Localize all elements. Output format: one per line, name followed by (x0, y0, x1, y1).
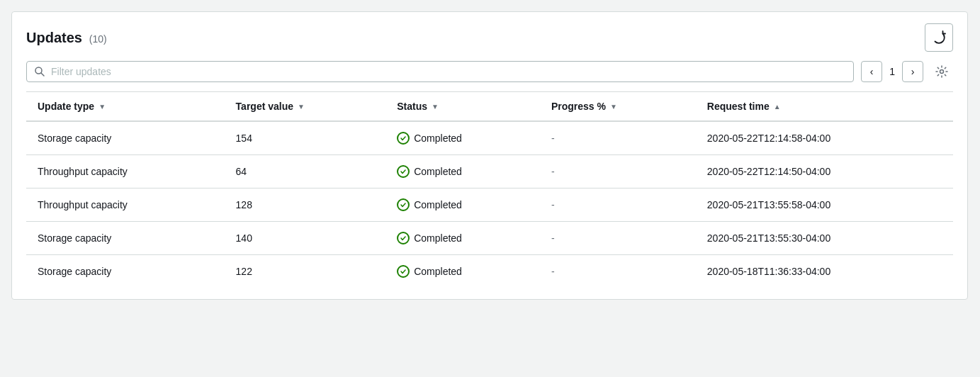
cell-request-time: 2020-05-22T12:14:58-04:00 (696, 121, 953, 155)
table-row: Storage capacity154Completed-2020-05-22T… (26, 121, 953, 155)
cell-request-time: 2020-05-21T13:55:58-04:00 (696, 188, 953, 222)
current-page: 1 (885, 66, 899, 77)
table-row: Throughput capacity128Completed-2020-05-… (26, 188, 953, 222)
cell-target-value: 154 (225, 121, 386, 155)
cell-target-value: 140 (225, 222, 386, 255)
col-target-value[interactable]: Target value ▼ (225, 92, 386, 121)
refresh-button[interactable] (925, 23, 953, 52)
sort-icon-target-value: ▼ (298, 103, 305, 111)
title-text: Updates (26, 30, 82, 45)
cell-status: Completed (385, 255, 540, 288)
table-row: Throughput capacity64Completed-2020-05-2… (26, 155, 953, 188)
cell-target-value: 64 (225, 155, 386, 188)
table-header: Update type ▼ Target value ▼ Status ▼ (26, 92, 953, 121)
toolbar-row: ‹ 1 › (26, 60, 953, 92)
cell-target-value: 122 (225, 255, 386, 288)
cell-request-time: 2020-05-18T11:36:33-04:00 (696, 255, 953, 288)
header-row: Updates (10) (26, 23, 953, 52)
completed-icon (397, 265, 410, 278)
col-status[interactable]: Status ▼ (385, 92, 540, 121)
cell-progress: - (540, 222, 696, 255)
cell-update-type: Storage capacity (26, 222, 225, 255)
cell-status: Completed (385, 121, 540, 155)
completed-icon (397, 165, 410, 178)
pagination-controls: ‹ 1 › (861, 61, 923, 82)
next-page-button[interactable]: › (902, 61, 923, 82)
status-label: Completed (414, 266, 462, 277)
status-cell: Completed (397, 132, 529, 145)
cell-status: Completed (385, 155, 540, 188)
cell-status: Completed (385, 222, 540, 255)
svg-point-2 (940, 70, 944, 74)
cell-target-value: 128 (225, 188, 386, 222)
status-label: Completed (414, 232, 462, 244)
search-icon (34, 66, 45, 77)
cell-update-type: Throughput capacity (26, 188, 225, 222)
cell-request-time: 2020-05-21T13:55:30-04:00 (696, 222, 953, 255)
refresh-icon (932, 30, 946, 45)
status-label: Completed (414, 199, 462, 210)
search-input[interactable] (51, 66, 846, 77)
prev-page-button[interactable]: ‹ (861, 61, 882, 82)
cell-status: Completed (385, 188, 540, 222)
cell-update-type: Storage capacity (26, 255, 225, 288)
col-request-time[interactable]: Request time ▲ (696, 92, 953, 121)
cell-progress: - (540, 155, 696, 188)
title-count: (10) (89, 33, 107, 45)
search-box[interactable] (26, 61, 854, 82)
status-label: Completed (414, 133, 462, 144)
table-body: Storage capacity154Completed-2020-05-22T… (26, 121, 953, 288)
table-row: Storage capacity122Completed-2020-05-18T… (26, 255, 953, 288)
header-row: Update type ▼ Target value ▼ Status ▼ (26, 92, 953, 121)
cell-update-type: Throughput capacity (26, 155, 225, 188)
settings-button[interactable] (930, 60, 953, 83)
table-row: Storage capacity140Completed-2020-05-21T… (26, 222, 953, 255)
status-cell: Completed (397, 265, 529, 278)
cell-progress: - (540, 188, 696, 222)
status-cell: Completed (397, 165, 529, 178)
sort-icon-progress: ▼ (610, 103, 617, 111)
sort-icon-request-time: ▲ (774, 103, 781, 111)
completed-icon (397, 132, 410, 145)
cell-update-type: Storage capacity (26, 121, 225, 155)
col-update-type[interactable]: Update type ▼ (26, 92, 225, 121)
cell-progress: - (540, 121, 696, 155)
gear-icon (935, 64, 949, 79)
completed-icon (397, 198, 410, 211)
svg-line-1 (41, 73, 44, 76)
col-progress[interactable]: Progress % ▼ (540, 92, 696, 121)
sort-icon-status: ▼ (432, 103, 439, 111)
cell-request-time: 2020-05-22T12:14:50-04:00 (696, 155, 953, 188)
updates-panel: Updates (10) ‹ 1 › (11, 11, 968, 300)
status-cell: Completed (397, 232, 529, 244)
sort-icon-update-type: ▼ (98, 103, 106, 111)
updates-table: Update type ▼ Target value ▼ Status ▼ (26, 92, 953, 288)
completed-icon (397, 232, 410, 244)
status-label: Completed (414, 166, 462, 177)
status-cell: Completed (397, 198, 529, 211)
panel-title: Updates (10) (26, 30, 107, 46)
cell-progress: - (540, 255, 696, 288)
